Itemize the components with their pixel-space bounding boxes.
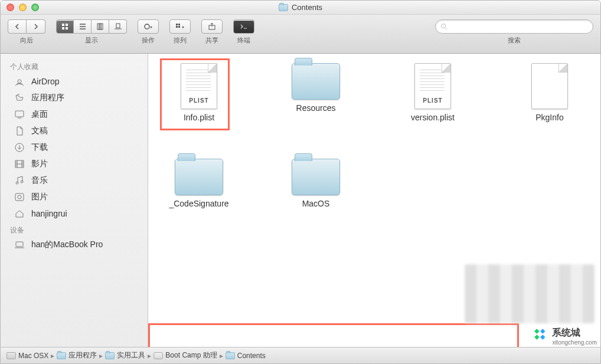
sidebar-item[interactable]: hanjingrui <box>1 205 148 222</box>
sidebar-item-label: 桌面 <box>31 109 48 120</box>
svg-rect-24 <box>540 329 545 333</box>
svg-rect-1 <box>66 24 68 26</box>
sidebar-item[interactable]: 音乐 <box>1 172 148 189</box>
sidebar-item-label: 音乐 <box>31 175 48 186</box>
path-segment[interactable]: 应用程序 <box>57 350 97 360</box>
file-item[interactable]: PkgInfo <box>508 63 591 122</box>
chevron-right-icon: ▸ <box>51 352 54 360</box>
svg-rect-6 <box>101 24 103 29</box>
file-name: Info.plist <box>184 113 214 122</box>
sidebar-item-label: 影片 <box>31 159 48 169</box>
path-label: Boot Camp 助理 <box>165 350 217 360</box>
search-icon <box>440 23 448 30</box>
sidebar-item-label: 文稿 <box>31 126 48 136</box>
chevron-right-icon: ▸ <box>220 352 223 360</box>
window-title-text: Contents <box>292 3 322 12</box>
folder-icon <box>175 159 223 195</box>
file-item[interactable]: PLISTInfo.plist <box>158 63 240 122</box>
file-name: Resources <box>296 103 336 113</box>
svg-rect-21 <box>15 194 24 201</box>
hd-icon <box>6 352 16 359</box>
sidebar-header: 个人收藏 <box>1 58 148 73</box>
airdrop-icon <box>14 76 25 87</box>
path-segment[interactable]: Mac OSX <box>6 352 48 360</box>
file-item[interactable]: Resources <box>275 63 357 122</box>
folder-icon <box>292 159 340 195</box>
file-name: MacOS <box>302 199 330 208</box>
terminal-button[interactable] <box>233 19 254 34</box>
file-icon: PLIST <box>181 63 217 109</box>
file-icon <box>531 63 568 109</box>
sidebar-item-label: hanjingrui <box>31 209 67 218</box>
sidebar-item[interactable]: 应用程序 <box>1 90 148 106</box>
share-group: 共享 <box>201 19 223 45</box>
watermark: 系统城 xitongcheng.com <box>532 327 597 346</box>
action-group: 操作 <box>138 19 159 45</box>
traffic-lights <box>1 4 39 11</box>
minimize-button[interactable] <box>19 4 27 11</box>
sidebar-item[interactable]: 图片 <box>1 189 148 205</box>
coverflow-view-button[interactable] <box>109 19 127 34</box>
svg-rect-11 <box>176 26 178 28</box>
search-group: 搜索 <box>435 19 593 45</box>
share-label: 共享 <box>205 36 218 45</box>
search-field[interactable] <box>435 19 593 34</box>
content-area[interactable]: PLISTInfo.plistResourcesPLISTversion.pli… <box>148 54 600 347</box>
search-label: 搜索 <box>508 36 521 45</box>
sidebar-item-label: 下载 <box>31 142 48 153</box>
list-view-button[interactable] <box>74 19 92 34</box>
music-icon <box>14 175 25 186</box>
svg-point-14 <box>442 24 446 28</box>
zoom-button[interactable] <box>31 4 39 11</box>
sidebar-item[interactable]: 下载 <box>1 139 148 156</box>
sidebar-item-label: 图片 <box>31 192 48 202</box>
documents-icon <box>14 125 25 137</box>
sidebar-item[interactable]: han的MacBook Pro <box>1 237 148 253</box>
sidebar-item-label: han的MacBook Pro <box>31 240 103 250</box>
file-name: version.plist <box>411 113 455 122</box>
column-view-button[interactable] <box>92 19 109 34</box>
svg-point-15 <box>18 80 21 83</box>
folder-icon <box>279 4 288 11</box>
view-label: 显示 <box>85 36 98 45</box>
sidebar-item[interactable]: 桌面 <box>1 106 148 123</box>
folder-icon <box>226 352 235 359</box>
file-item[interactable]: _CodeSignature <box>158 159 240 208</box>
path-bar[interactable]: Mac OSX▸应用程序▸实用工具▸Boot Camp 助理▸Contents <box>1 347 600 363</box>
search-input[interactable] <box>450 22 588 31</box>
close-button[interactable] <box>6 4 14 11</box>
view-group: 显示 <box>56 19 127 45</box>
action-button[interactable] <box>138 19 159 34</box>
path-segment[interactable]: Boot Camp 助理 <box>153 350 217 360</box>
folder-icon <box>105 352 115 359</box>
icon-view-button[interactable] <box>56 19 74 34</box>
finder-window: Contents 向后 显示 操作 排列 <box>0 0 601 364</box>
sidebar-header: 设备 <box>1 222 148 237</box>
sidebar-item[interactable]: 文稿 <box>1 123 148 139</box>
path-segment[interactable]: Contents <box>226 352 266 360</box>
arrange-label: 排列 <box>174 36 187 45</box>
file-item[interactable]: MacOS <box>275 159 357 208</box>
file-item[interactable]: PLISTversion.plist <box>391 63 474 122</box>
sidebar-item-label: AirDrop <box>31 77 59 86</box>
arrange-button[interactable] <box>169 19 191 34</box>
folder-icon <box>57 352 66 359</box>
path-label: 应用程序 <box>68 350 97 360</box>
svg-rect-27 <box>534 329 539 333</box>
share-button[interactable] <box>201 19 223 34</box>
svg-rect-26 <box>534 335 539 339</box>
svg-point-22 <box>18 195 21 199</box>
back-button[interactable] <box>8 19 27 34</box>
sidebar[interactable]: 个人收藏AirDrop应用程序桌面文稿下载影片音乐图片hanjingrui设备h… <box>1 54 148 347</box>
censored-area <box>465 264 595 323</box>
path-segment[interactable]: 实用工具 <box>105 350 145 360</box>
sidebar-item[interactable]: AirDrop <box>1 73 148 90</box>
titlebar[interactable]: Contents <box>1 1 600 15</box>
movies-icon <box>14 158 25 170</box>
applications-icon <box>14 92 25 104</box>
laptop-icon <box>14 239 25 251</box>
svg-rect-0 <box>62 24 64 26</box>
sidebar-item[interactable]: 影片 <box>1 156 148 172</box>
forward-button[interactable] <box>27 19 45 34</box>
arrange-group: 排列 <box>169 19 191 45</box>
